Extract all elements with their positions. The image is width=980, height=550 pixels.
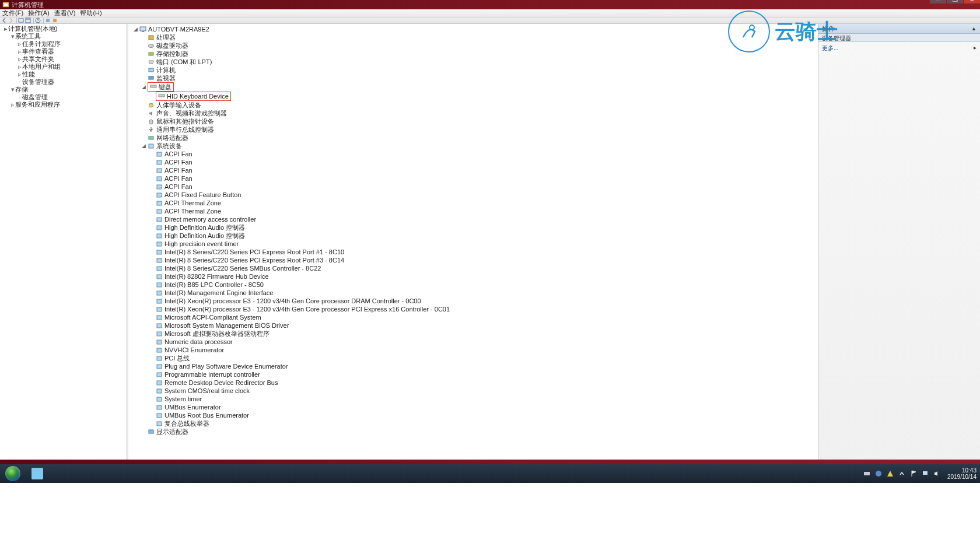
svg-rect-32	[157, 234, 162, 238]
toolbar-icon[interactable]	[52, 17, 58, 23]
nav-performance[interactable]: ▹性能	[0, 71, 127, 78]
tree-computer[interactable]: 计算机	[133, 66, 818, 74]
nav-shared-folders[interactable]: ▹共享文件夹	[0, 55, 127, 63]
tray-up-icon[interactable]	[898, 470, 906, 478]
menu-view[interactable]: 查看(V)	[54, 9, 76, 17]
svg-rect-48	[157, 365, 162, 369]
tree-system-device-item[interactable]: Intel(R) 8 Series/C220 Series SMBus Cont…	[133, 264, 818, 272]
tree-system-device-item[interactable]: Microsoft System Management BIOS Driver	[133, 321, 818, 330]
tree-system-devices[interactable]: ◢系统设备	[133, 142, 818, 150]
tree-system-device-item[interactable]: ACPI Thermal Zone	[133, 207, 818, 215]
tree-disk-drives[interactable]: 磁盘驱动器	[133, 41, 818, 50]
svg-rect-27	[157, 193, 162, 197]
tree-system-device-item[interactable]: Direct memory access controller	[133, 215, 818, 223]
tree-usb[interactable]: 通用串行总线控制器	[133, 125, 818, 134]
tree-monitors[interactable]: 监视器	[133, 74, 818, 82]
tree-system-device-item[interactable]: High precision event timer	[133, 240, 818, 248]
tree-storage-controllers[interactable]: 存储控制器	[133, 50, 818, 58]
processor-icon	[148, 34, 155, 41]
nav-system-tools[interactable]: ▾系统工具	[0, 33, 127, 40]
tree-system-device-item[interactable]: Intel(R) 8 Series/C220 Series PCI Expres…	[133, 256, 818, 264]
tree-system-device-item[interactable]: Microsoft 虚拟驱动器枚举器驱动程序	[133, 330, 818, 338]
nav-event-viewer[interactable]: ▹事件查看器	[0, 48, 127, 55]
tree-system-device-item[interactable]: ACPI Fan	[133, 166, 818, 174]
tree-label: Microsoft ACPI-Compliant System	[164, 313, 261, 321]
nav-task-scheduler[interactable]: ▹任务计划程序	[0, 40, 127, 48]
tree-system-device-item[interactable]: System CMOS/real time clock	[133, 387, 818, 395]
nav-root[interactable]: ▸计算机管理(本地)	[0, 25, 127, 33]
tree-system-device-item[interactable]: High Definition Audio 控制器	[133, 223, 818, 232]
menu-file[interactable]: 文件(F)	[2, 9, 23, 17]
tree-system-device-item[interactable]: Intel(R) 8 Series/C220 Series PCI Expres…	[133, 248, 818, 256]
tree-system-device-item[interactable]: High Definition Audio 控制器	[133, 232, 818, 240]
tree-system-device-item[interactable]: Intel(R) Management Engine Interface	[133, 289, 818, 297]
tree-processors[interactable]: 处理器	[133, 33, 818, 41]
flag-icon[interactable]	[909, 470, 918, 478]
device-icon	[156, 200, 163, 206]
help-icon[interactable]: ?	[35, 17, 41, 23]
tree-system-device-item[interactable]: System timer	[133, 395, 818, 403]
collapse-icon[interactable]: ▲	[971, 26, 977, 31]
tree-system-device-item[interactable]: PCI 总线	[133, 354, 818, 362]
nav-disk-management[interactable]: ·磁盘管理	[0, 93, 127, 101]
actions-title: 操作	[822, 24, 835, 33]
tree-system-device-item[interactable]: 复合总线枚举器	[133, 419, 818, 428]
network-tray-icon[interactable]	[921, 470, 929, 478]
nav-local-users[interactable]: ▹本地用户和组	[0, 63, 127, 71]
tray-icon[interactable]	[886, 470, 894, 478]
taskbar-pinned-app[interactable]	[26, 465, 49, 482]
tree-system-device-item[interactable]: Intel(R) 82802 Firmware Hub Device	[133, 272, 818, 281]
window-titlebar: 计算机管理 ─ ❐ ✕	[0, 0, 980, 9]
tree-system-device-item[interactable]: Microsoft ACPI-Compliant System	[133, 313, 818, 321]
start-button[interactable]	[1, 465, 24, 482]
tree-keyboards[interactable]: ◢键盘	[133, 82, 818, 92]
svg-text:?: ?	[37, 19, 39, 22]
volume-icon[interactable]	[933, 470, 941, 478]
taskbar-clock[interactable]: 10:43 2019/10/14	[947, 467, 977, 480]
more-actions-link[interactable]: 更多...	[822, 45, 838, 51]
tree-system-device-item[interactable]: UMBus Root Bus Enumerator	[133, 411, 818, 419]
minimize-button[interactable]: ─	[930, 0, 946, 3]
tree-system-device-item[interactable]: Plug and Play Software Device Enumerator	[133, 362, 818, 370]
tree-system-device-item[interactable]: Programmable interrupt controller	[133, 370, 818, 379]
close-button[interactable]: ✕	[964, 0, 980, 3]
tree-ports[interactable]: 端口 (COM 和 LPT)	[133, 58, 818, 66]
nav-back-icon[interactable]	[1, 17, 7, 23]
tree-system-device-item[interactable]: UMBus Enumerator	[133, 403, 818, 411]
tree-system-device-item[interactable]: Numeric data processor	[133, 338, 818, 346]
toolbar-icon[interactable]	[18, 17, 24, 23]
tree-mouse[interactable]: 鼠标和其他指针设备	[133, 117, 818, 125]
tree-system-device-item[interactable]: Intel(R) B85 LPC Controller - 8C50	[133, 281, 818, 289]
tray-icon[interactable]	[874, 470, 883, 478]
tree-display-adapters[interactable]: 显示适配器	[133, 428, 818, 436]
nav-device-manager[interactable]: ·设备管理器	[0, 78, 127, 86]
nav-label: 设备管理器	[22, 78, 54, 85]
tree-network[interactable]: 网络适配器	[133, 134, 818, 142]
nav-services[interactable]: ▹服务和应用程序	[0, 101, 127, 108]
svg-rect-31	[157, 226, 162, 230]
tree-system-device-item[interactable]: Intel(R) Xeon(R) processor E3 - 1200 v3/…	[133, 297, 818, 305]
tree-system-device-item[interactable]: ACPI Fan	[133, 158, 818, 166]
tree-system-device-item[interactable]: ACPI Fan	[133, 150, 818, 158]
tree-system-device-item[interactable]: ACPI Fixed Feature Button	[133, 191, 818, 199]
tree-system-device-item[interactable]: ACPI Fan	[133, 183, 818, 191]
menu-help[interactable]: 帮助(H)	[80, 9, 102, 17]
tree-system-device-item[interactable]: ACPI Fan	[133, 174, 818, 183]
tray-icon[interactable]	[863, 470, 871, 478]
tree-system-device-item[interactable]: ACPI Thermal Zone	[133, 199, 818, 207]
tree-hid-keyboard[interactable]: HID Keyboard Device	[133, 92, 818, 101]
tree-system-device-item[interactable]: Remote Desktop Device Redirector Bus	[133, 379, 818, 387]
tree-hid-devices[interactable]: 人体学输入设备	[133, 101, 818, 109]
tree-system-device-item[interactable]: NVVHCI Enumerator	[133, 346, 818, 354]
toolbar-icon[interactable]	[45, 17, 51, 23]
maximize-button[interactable]: ❐	[947, 0, 963, 3]
clock-time: 10:43	[947, 467, 977, 474]
toolbar-icon[interactable]	[25, 17, 31, 23]
tree-sound[interactable]: 声音、视频和游戏控制器	[133, 109, 818, 117]
svg-rect-10	[142, 31, 144, 32]
tree-system-device-item[interactable]: Intel(R) Xeon(R) processor E3 - 1200 v3/…	[133, 305, 818, 313]
menu-action[interactable]: 操作(A)	[28, 9, 50, 17]
tree-root[interactable]: ◢AUTOBVT-M2RA9E2	[133, 25, 818, 33]
nav-storage[interactable]: ▾存储	[0, 86, 127, 93]
nav-forward-icon[interactable]	[8, 17, 14, 23]
